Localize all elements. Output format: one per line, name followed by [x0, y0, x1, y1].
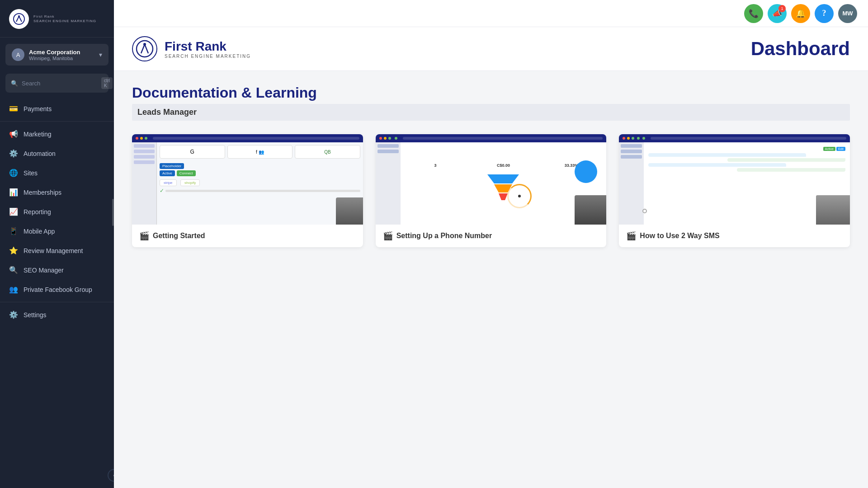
mobile-app-icon: 📱: [9, 227, 18, 235]
thumb-main-1: G f 👥 QB Placeholder Active: [157, 142, 363, 225]
brand-logo-text-block: First Rank SEARCH ENGINE MARKETING: [165, 39, 251, 59]
notifications-button[interactable]: 🔔: [791, 4, 810, 23]
svg-point-1: [18, 15, 20, 17]
video-card-2way-sms[interactable]: Active Edit: [619, 134, 850, 247]
marketing-label: Marketing: [24, 131, 51, 138]
card-label-2way-sms: How to Use 2 Way SMS: [640, 232, 719, 240]
msg-1: [648, 153, 806, 157]
action-btn-2: Edit: [836, 147, 845, 151]
thumb-topbar-2: [376, 134, 607, 142]
sms-thread: Active Edit: [648, 147, 845, 172]
search-input[interactable]: [22, 80, 98, 87]
check-bar: [165, 190, 360, 192]
card-title-phone-setup: 🎬 Setting Up a Phone Number: [376, 225, 607, 247]
thumb-topbar-3: [619, 134, 850, 142]
sidebar-bar-1: [134, 144, 155, 148]
url-bar-3: [651, 137, 846, 140]
s2-bar-2: [377, 150, 399, 153]
s2-bar-1: [377, 144, 399, 148]
funnel-svg: [485, 172, 521, 204]
brand-logo-icon: [132, 36, 157, 61]
automation-label: Automation: [24, 150, 56, 157]
sidebar-item-review-management[interactable]: ⭐ Review Management: [0, 241, 114, 260]
help-button[interactable]: ?: [815, 4, 834, 23]
brand-logo: First Rank SEARCH ENGINE MARKETING: [132, 36, 251, 61]
brand-main-name: First Rank: [165, 39, 251, 54]
facebook-group-label: Private Facebook Group: [24, 286, 92, 293]
payments-label: Payments: [24, 105, 52, 113]
fb-icon-cell: f 👥: [227, 145, 293, 159]
sidebar-item-memberships[interactable]: 📊 Memberships: [0, 183, 114, 202]
review-management-label: Review Management: [24, 247, 83, 254]
video-card-phone-setup[interactable]: 3 C$0.00 33.33%: [376, 134, 607, 247]
sidebar-item-settings[interactable]: ⚙️ Settings: [0, 305, 114, 324]
account-name: Acme Corporation: [29, 49, 94, 56]
sidebar-item-marketing[interactable]: 📢 Marketing: [0, 124, 114, 144]
dot-red-3: [623, 137, 625, 140]
sidebar-bar-3: [134, 155, 155, 159]
memberships-icon: 📊: [9, 188, 18, 197]
search-bar[interactable]: 🔍 ctrl K +: [5, 74, 108, 93]
announcements-badge: 1: [778, 5, 786, 12]
main-content: 📞 📣 1 🔔 ? MW: [114, 0, 868, 488]
video-card-getting-started[interactable]: G f 👥 QB Placeholder Active: [132, 134, 363, 247]
msg-3: [648, 163, 786, 167]
dot-green-3c: [642, 137, 645, 140]
account-location: Winnipeg, Manitoba: [29, 56, 94, 61]
sidebar-item-reporting[interactable]: 📈 Reporting: [0, 202, 114, 221]
card-label-phone-setup: Setting Up a Phone Number: [396, 232, 492, 240]
logo-icon: [9, 9, 29, 29]
checkmark-icon: ✓: [160, 188, 164, 194]
thumb-sidebar-2: [376, 142, 401, 225]
sidebar-item-automation[interactable]: ⚙️ Automation: [0, 144, 114, 163]
dot-red: [136, 137, 138, 140]
integration-grid: G f 👥 QB: [160, 145, 360, 159]
mobile-app-label: Mobile App: [24, 228, 55, 235]
phone-icon: 📞: [749, 9, 759, 19]
doc-section-title: Documentation & Learning: [132, 84, 850, 101]
sidebar-bar-2: [134, 150, 155, 153]
thumb-sidebar-3: [619, 142, 644, 225]
dot-yellow-3: [627, 137, 630, 140]
page-area: First Rank SEARCH ENGINE MARKETING Dashb…: [114, 27, 868, 488]
s3-bar-3: [621, 155, 642, 159]
nav-divider-2: [0, 302, 114, 302]
account-info: Acme Corporation Winnipeg, Manitoba: [29, 49, 94, 61]
svg-point-3: [143, 43, 146, 46]
phone-button[interactable]: 📞: [744, 4, 763, 23]
sidebar-item-seo-manager[interactable]: 🔍 SEO Manager: [0, 260, 114, 280]
video-play-icon-3: 🎬: [626, 231, 636, 241]
dot-red-2: [379, 137, 382, 140]
person-thumbnail-1: [336, 197, 363, 225]
nav-divider-1: [0, 121, 114, 122]
sidebar-item-sites[interactable]: 🌐 Sites: [0, 163, 114, 183]
thumb-sidebar-1: [132, 142, 157, 225]
thumbnail-getting-started: G f 👥 QB Placeholder Active: [132, 134, 363, 225]
logo-text: First Rank SEARCH ENGINE MARKETING: [33, 14, 96, 23]
account-dropdown-arrow: ▾: [99, 51, 102, 58]
account-selector[interactable]: A Acme Corporation Winnipeg, Manitoba ▾: [5, 44, 108, 66]
sidebar-item-payments[interactable]: 💳 Payments: [0, 99, 114, 118]
sidebar-item-mobile-app[interactable]: 📱 Mobile App: [0, 221, 114, 241]
user-initials: MW: [842, 10, 853, 17]
thumbnail-phone-setup: 3 C$0.00 33.33%: [376, 134, 607, 225]
announcements-button[interactable]: 📣 1: [768, 4, 787, 23]
cards-grid: G f 👥 QB Placeholder Active: [132, 134, 850, 247]
review-management-icon: ⭐: [9, 246, 18, 255]
sidebar-item-private-facebook-group[interactable]: 👥 Private Facebook Group: [0, 280, 114, 299]
card-title-2way-sms: 🎬 How to Use 2 Way SMS: [619, 225, 850, 247]
thumb-body-1: G f 👥 QB Placeholder Active: [132, 142, 363, 225]
dashboard-title: Dashboard: [751, 38, 850, 60]
person-thumbnail-2: [575, 195, 606, 225]
dashboard-header: First Rank SEARCH ENGINE MARKETING Dashb…: [114, 27, 868, 71]
msg-2: [727, 158, 845, 162]
dot-green-3: [632, 137, 634, 140]
seo-manager-icon: 🔍: [9, 266, 18, 274]
sidebar: First Rank SEARCH ENGINE MARKETING A Acm…: [0, 0, 114, 488]
indicator-circle: [642, 209, 647, 213]
action-btn-1: Active: [823, 147, 835, 151]
user-avatar-button[interactable]: MW: [838, 4, 857, 23]
thumb-topbar-1: [132, 134, 363, 142]
account-avatar: A: [12, 48, 24, 61]
stats-row: 3 C$0.00 33.33%: [403, 163, 604, 168]
